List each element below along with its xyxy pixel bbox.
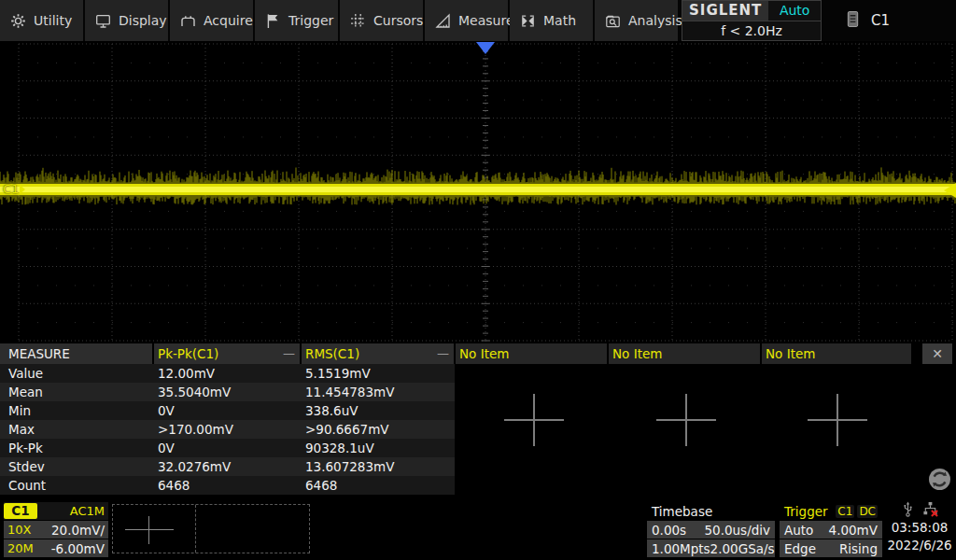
graticule-and-trace bbox=[0, 41, 956, 343]
channel1-bandwidth: 20M bbox=[7, 541, 34, 555]
channel1-badge: C1 bbox=[4, 503, 37, 519]
table-row-pk-pk: Pk-Pk0V90328.1uV bbox=[0, 439, 455, 457]
timebase-panel[interactable]: Timebase 0.00s 50.0us/div 1.00Mpts 2.00G… bbox=[647, 502, 775, 557]
menu-item-math[interactable]: Math bbox=[510, 0, 593, 41]
menu-item-acquire[interactable]: Acquire bbox=[170, 0, 253, 41]
measure-icon bbox=[435, 13, 451, 29]
acquisition-status: Auto bbox=[768, 3, 821, 18]
menu-item-analysis[interactable]: Analysis bbox=[595, 0, 678, 41]
cursors-icon bbox=[350, 13, 366, 29]
menu-item-label: Display bbox=[119, 13, 167, 28]
menu-item-display[interactable]: Display bbox=[85, 0, 168, 41]
gear-icon bbox=[10, 13, 26, 29]
table-row-max: Max>170.00mV>90.6667mV bbox=[0, 420, 455, 439]
close-measure-button[interactable]: ✕ bbox=[922, 343, 952, 364]
lan-disconnected-icon bbox=[922, 501, 938, 520]
menu-item-trigger[interactable]: Trigger bbox=[255, 0, 338, 41]
flag-icon bbox=[265, 13, 281, 29]
timebase-delay: 0.00s bbox=[652, 523, 686, 538]
table-row-mean: Mean35.5040mV11.454783mV bbox=[0, 383, 455, 401]
menu-item-label: Utility bbox=[34, 13, 72, 28]
oscilloscope-screen: UtilityDisplayAcquireTriggerCursorsMeasu… bbox=[0, 0, 956, 560]
measure-table-title: MEASURE bbox=[0, 343, 152, 364]
menu-item-label: Trigger bbox=[288, 13, 333, 28]
menu-item-label: Acquire bbox=[204, 13, 253, 28]
channel1-arrow-icon bbox=[20, 185, 25, 194]
channel1-offset: -6.00mV bbox=[51, 541, 105, 556]
remove-measurement-button[interactable]: — bbox=[437, 343, 449, 364]
remove-measurement-button[interactable]: — bbox=[283, 343, 295, 364]
reset-statistics-icon[interactable] bbox=[927, 467, 952, 492]
trigger-mode: Auto bbox=[784, 523, 813, 538]
table-row-stdev: Stdev32.0276mV13.607283mV bbox=[0, 457, 455, 476]
menu-item-label: Measure bbox=[458, 13, 514, 28]
menu-item-label: Math bbox=[543, 13, 576, 28]
measure-column-empty[interactable]: No Item bbox=[762, 343, 911, 364]
timebase-memory: 1.00Mpts bbox=[652, 541, 710, 556]
timebase-scale: 50.0us/div bbox=[704, 523, 770, 538]
table-row-value: Value12.00mV5.1519mV bbox=[0, 364, 455, 383]
system-status-block: 03:58:08 2022/6/26 bbox=[885, 501, 954, 554]
add-measurement-button-2[interactable] bbox=[656, 394, 716, 446]
trigger-panel[interactable]: Trigger C1 DC Auto 4.00mV Edge Rising bbox=[780, 502, 882, 557]
menu-items: UtilityDisplayAcquireTriggerCursorsMeasu… bbox=[0, 0, 680, 41]
measurement-panel: MEASURE Pk-Pk(C1)—RMS(C1)—No ItemNo Item… bbox=[0, 343, 956, 497]
channel1-offset-marker[interactable]: C1 bbox=[3, 182, 25, 196]
channel1-probe: 10X bbox=[7, 523, 31, 537]
trigger-position-marker[interactable] bbox=[476, 42, 495, 54]
measure-column-RMS(C1)[interactable]: RMS(C1)— bbox=[302, 343, 454, 364]
add-channel-box[interactable] bbox=[112, 504, 310, 553]
measure-column-Pk-Pk(C1)[interactable]: Pk-Pk(C1)— bbox=[154, 343, 300, 364]
add-measurement-button-1[interactable] bbox=[504, 394, 564, 446]
trigger-level-marker[interactable] bbox=[944, 183, 956, 198]
timebase-label: Timebase bbox=[647, 502, 775, 520]
channel-list-icon bbox=[846, 10, 860, 32]
channel1-scale: 20.0mV/ bbox=[51, 523, 105, 538]
measure-column-empty[interactable]: No Item bbox=[609, 343, 760, 364]
menu-item-label: Cursors bbox=[373, 13, 423, 28]
display-icon bbox=[95, 13, 111, 29]
add-measurement-button-3[interactable] bbox=[808, 394, 867, 446]
table-row-min: Min0V338.6uV bbox=[0, 401, 455, 420]
menu-item-label: Analysis bbox=[628, 13, 682, 28]
table-row-count: Count64686468 bbox=[0, 476, 455, 495]
channel-selector-widget[interactable]: C1 bbox=[831, 0, 905, 41]
status-bar: C1 AC1M 10X 20.0mV/ 20M -6.00mV Timebase… bbox=[0, 499, 956, 560]
channel1-coupling: AC1M bbox=[70, 504, 108, 518]
measure-column-empty[interactable]: No Item bbox=[456, 343, 607, 364]
acquire-icon bbox=[180, 13, 196, 29]
trigger-label: Trigger bbox=[784, 504, 828, 519]
waveform-display[interactable]: C1 bbox=[0, 41, 956, 343]
brand-block: SIGLENT Auto f < 2.0Hz bbox=[682, 0, 822, 41]
trigger-coupling-chip: DC bbox=[857, 505, 878, 518]
timebase-samplerate: 2.00GSa/s bbox=[710, 541, 775, 556]
math-icon bbox=[520, 13, 536, 29]
channel-widget-label: C1 bbox=[871, 12, 890, 29]
menu-item-measure[interactable]: Measure bbox=[425, 0, 508, 41]
menu-item-utility[interactable]: Utility bbox=[0, 0, 83, 41]
add-channel-button[interactable] bbox=[125, 516, 174, 544]
clock-date: 2022/6/26 bbox=[885, 537, 954, 554]
usb-icon bbox=[902, 501, 914, 520]
analysis-icon bbox=[605, 13, 621, 29]
trigger-slope: Rising bbox=[839, 541, 878, 556]
frequency-counter: f < 2.0Hz bbox=[682, 21, 821, 41]
trigger-source-chip: C1 bbox=[836, 505, 854, 518]
siglent-logo: SIGLENT bbox=[682, 1, 768, 21]
menu-bar: UtilityDisplayAcquireTriggerCursorsMeasu… bbox=[0, 0, 956, 41]
channel1-info-box[interactable]: C1 AC1M 10X 20.0mV/ 20M -6.00mV bbox=[4, 502, 108, 555]
trigger-level: 4.00mV bbox=[829, 523, 878, 538]
trigger-type: Edge bbox=[784, 541, 816, 556]
menu-item-cursors[interactable]: Cursors bbox=[340, 0, 423, 41]
clock-time: 03:58:08 bbox=[885, 519, 954, 537]
